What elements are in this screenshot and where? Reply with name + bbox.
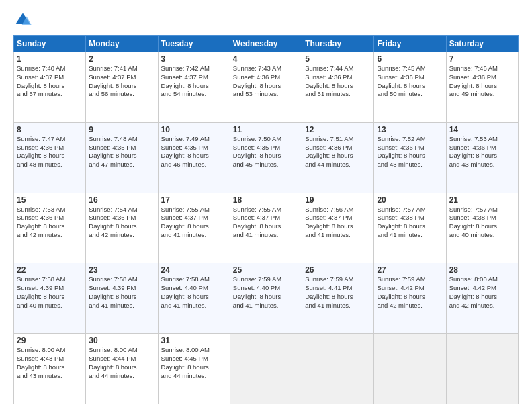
calendar-cell: 24Sunrise: 7:58 AMSunset: 4:40 PMDayligh…: [158, 263, 230, 334]
cell-content: Sunrise: 7:55 AMSunset: 4:37 PMDaylight:…: [161, 205, 227, 240]
cell-content: Sunrise: 7:57 AMSunset: 4:38 PMDaylight:…: [377, 205, 443, 240]
day-number: 25: [233, 265, 299, 275]
calendar-cell: [446, 334, 518, 404]
day-number: 22: [17, 265, 83, 275]
calendar-cell: 31Sunrise: 8:00 AMSunset: 4:45 PMDayligh…: [158, 334, 230, 404]
weekday-header-wednesday: Wednesday: [230, 36, 302, 52]
day-number: 27: [377, 265, 443, 275]
cell-content: Sunrise: 7:59 AMSunset: 4:40 PMDaylight:…: [233, 275, 299, 310]
calendar-cell: 11Sunrise: 7:50 AMSunset: 4:35 PMDayligh…: [230, 122, 302, 193]
day-number: 14: [449, 125, 515, 134]
logo: [13, 11, 34, 30]
calendar-cell: 8Sunrise: 7:47 AMSunset: 4:36 PMDaylight…: [14, 122, 86, 193]
calendar-cell: 2Sunrise: 7:41 AMSunset: 4:37 PMDaylight…: [86, 52, 158, 123]
day-number: 31: [161, 336, 227, 345]
day-number: 2: [89, 54, 154, 64]
calendar-cell: 22Sunrise: 7:58 AMSunset: 4:39 PMDayligh…: [14, 263, 86, 334]
calendar-cell: 12Sunrise: 7:51 AMSunset: 4:36 PMDayligh…: [302, 122, 374, 193]
cell-content: Sunrise: 7:41 AMSunset: 4:37 PMDaylight:…: [89, 64, 154, 99]
calendar-cell: 15Sunrise: 7:53 AMSunset: 4:36 PMDayligh…: [14, 193, 86, 263]
day-number: 19: [305, 195, 371, 205]
calendar-week-row: 29Sunrise: 8:00 AMSunset: 4:43 PMDayligh…: [14, 334, 519, 404]
cell-content: Sunrise: 7:58 AMSunset: 4:39 PMDaylight:…: [17, 275, 83, 310]
calendar-cell: 3Sunrise: 7:42 AMSunset: 4:37 PMDaylight…: [158, 52, 230, 123]
day-number: 4: [233, 54, 299, 64]
calendar-cell: 29Sunrise: 8:00 AMSunset: 4:43 PMDayligh…: [14, 334, 86, 404]
cell-content: Sunrise: 8:00 AMSunset: 4:42 PMDaylight:…: [449, 275, 515, 310]
cell-content: Sunrise: 7:58 AMSunset: 4:40 PMDaylight:…: [161, 275, 227, 310]
calendar-cell: 26Sunrise: 7:59 AMSunset: 4:41 PMDayligh…: [302, 263, 374, 334]
cell-content: Sunrise: 7:59 AMSunset: 4:42 PMDaylight:…: [377, 275, 443, 310]
calendar-cell: 16Sunrise: 7:54 AMSunset: 4:36 PMDayligh…: [86, 193, 158, 263]
calendar-cell: 9Sunrise: 7:48 AMSunset: 4:35 PMDaylight…: [86, 122, 158, 193]
header: [13, 11, 519, 30]
day-number: 26: [305, 265, 371, 275]
calendar-week-row: 15Sunrise: 7:53 AMSunset: 4:36 PMDayligh…: [14, 193, 519, 263]
day-number: 13: [377, 125, 443, 134]
day-number: 10: [161, 125, 227, 134]
cell-content: Sunrise: 7:53 AMSunset: 4:36 PMDaylight:…: [449, 135, 515, 169]
cell-content: Sunrise: 7:45 AMSunset: 4:36 PMDaylight:…: [377, 64, 443, 99]
calendar-cell: 25Sunrise: 7:59 AMSunset: 4:40 PMDayligh…: [230, 263, 302, 334]
weekday-header-monday: Monday: [86, 36, 158, 52]
calendar-cell: [230, 334, 302, 404]
cell-content: Sunrise: 7:50 AMSunset: 4:35 PMDaylight:…: [233, 135, 299, 169]
calendar-cell: 1Sunrise: 7:40 AMSunset: 4:37 PMDaylight…: [14, 52, 86, 123]
day-number: 30: [89, 336, 154, 345]
cell-content: Sunrise: 7:46 AMSunset: 4:36 PMDaylight:…: [449, 64, 515, 99]
weekday-header-thursday: Thursday: [302, 36, 374, 52]
calendar-week-row: 22Sunrise: 7:58 AMSunset: 4:39 PMDayligh…: [14, 263, 519, 334]
cell-content: Sunrise: 7:56 AMSunset: 4:37 PMDaylight:…: [305, 205, 371, 240]
cell-content: Sunrise: 8:00 AMSunset: 4:44 PMDaylight:…: [89, 346, 154, 380]
calendar-week-row: 1Sunrise: 7:40 AMSunset: 4:37 PMDaylight…: [14, 52, 519, 123]
day-number: 24: [161, 265, 227, 275]
day-number: 8: [17, 125, 83, 134]
calendar-cell: 30Sunrise: 8:00 AMSunset: 4:44 PMDayligh…: [86, 334, 158, 404]
weekday-header-tuesday: Tuesday: [158, 36, 230, 52]
day-number: 3: [161, 54, 227, 64]
calendar-cell: 28Sunrise: 8:00 AMSunset: 4:42 PMDayligh…: [446, 263, 518, 334]
day-number: 11: [233, 125, 299, 134]
calendar-cell: 4Sunrise: 7:43 AMSunset: 4:36 PMDaylight…: [230, 52, 302, 123]
weekday-header-saturday: Saturday: [446, 36, 518, 52]
day-number: 17: [161, 195, 227, 205]
day-number: 20: [377, 195, 443, 205]
calendar-cell: 21Sunrise: 7:57 AMSunset: 4:38 PMDayligh…: [446, 193, 518, 263]
cell-content: Sunrise: 7:54 AMSunset: 4:36 PMDaylight:…: [89, 205, 154, 240]
day-number: 1: [17, 54, 83, 64]
calendar-cell: 7Sunrise: 7:46 AMSunset: 4:36 PMDaylight…: [446, 52, 518, 123]
day-number: 16: [89, 195, 154, 205]
cell-content: Sunrise: 7:49 AMSunset: 4:35 PMDaylight:…: [161, 135, 227, 169]
cell-content: Sunrise: 7:58 AMSunset: 4:39 PMDaylight:…: [89, 275, 154, 310]
day-number: 18: [233, 195, 299, 205]
calendar-cell: 6Sunrise: 7:45 AMSunset: 4:36 PMDaylight…: [374, 52, 446, 123]
day-number: 15: [17, 195, 83, 205]
calendar-cell: 23Sunrise: 7:58 AMSunset: 4:39 PMDayligh…: [86, 263, 158, 334]
calendar-cell: 14Sunrise: 7:53 AMSunset: 4:36 PMDayligh…: [446, 122, 518, 193]
weekday-header-friday: Friday: [374, 36, 446, 52]
cell-content: Sunrise: 7:42 AMSunset: 4:37 PMDaylight:…: [161, 64, 227, 99]
calendar-cell: 18Sunrise: 7:55 AMSunset: 4:37 PMDayligh…: [230, 193, 302, 263]
day-number: 23: [89, 265, 154, 275]
cell-content: Sunrise: 7:51 AMSunset: 4:36 PMDaylight:…: [305, 135, 371, 169]
logo-icon: [13, 11, 32, 30]
weekday-header-row: SundayMondayTuesdayWednesdayThursdayFrid…: [14, 36, 519, 52]
day-number: 12: [305, 125, 371, 134]
calendar-cell: [302, 334, 374, 404]
day-number: 7: [449, 54, 515, 64]
cell-content: Sunrise: 8:00 AMSunset: 4:43 PMDaylight:…: [17, 346, 83, 380]
day-number: 9: [89, 125, 154, 134]
calendar-cell: 20Sunrise: 7:57 AMSunset: 4:38 PMDayligh…: [374, 193, 446, 263]
cell-content: Sunrise: 7:48 AMSunset: 4:35 PMDaylight:…: [89, 135, 154, 169]
cell-content: Sunrise: 7:44 AMSunset: 4:36 PMDaylight:…: [305, 64, 371, 99]
calendar-cell: 17Sunrise: 7:55 AMSunset: 4:37 PMDayligh…: [158, 193, 230, 263]
calendar-cell: 27Sunrise: 7:59 AMSunset: 4:42 PMDayligh…: [374, 263, 446, 334]
cell-content: Sunrise: 8:00 AMSunset: 4:45 PMDaylight:…: [161, 346, 227, 380]
cell-content: Sunrise: 7:57 AMSunset: 4:38 PMDaylight:…: [449, 205, 515, 240]
cell-content: Sunrise: 7:47 AMSunset: 4:36 PMDaylight:…: [17, 135, 83, 169]
cell-content: Sunrise: 7:40 AMSunset: 4:37 PMDaylight:…: [17, 64, 83, 99]
weekday-header-sunday: Sunday: [14, 36, 86, 52]
calendar-week-row: 8Sunrise: 7:47 AMSunset: 4:36 PMDaylight…: [14, 122, 519, 193]
cell-content: Sunrise: 7:52 AMSunset: 4:36 PMDaylight:…: [377, 135, 443, 169]
day-number: 6: [377, 54, 443, 64]
